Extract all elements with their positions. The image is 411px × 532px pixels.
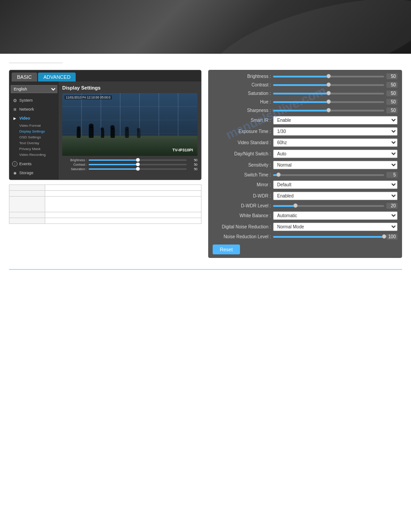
brightness-label: Brightness : [213,74,271,79]
hue-slider-wrap: 50 [273,99,398,105]
system-icon: ⚙ [12,98,17,103]
nrl-thumb [382,234,386,239]
table-cell-label [9,191,45,197]
events-icon: ! [12,161,17,167]
cam-contrast-label: Contrast : [62,163,87,166]
cam-brightness-row: Brightness : 50 [62,159,197,162]
table-cell-label [9,218,45,224]
cam-contrast-track[interactable] [89,164,187,165]
hue-value: 50 [386,99,398,105]
cam-saturation-thumb [136,167,140,171]
sidebar-sub-video-format[interactable]: Video Format [17,123,59,129]
brightness-value: 50 [386,73,398,79]
nrl-slider[interactable] [273,236,384,238]
saturation-label: Saturation : [213,91,271,96]
table-cell-label [9,212,45,218]
day-night-setting-row: Day/Night Switch : Auto Day Night [213,150,398,158]
switch-time-value: 5 [386,172,398,178]
contrast-thumb [326,82,331,87]
video-standard-label: Video Standard : [213,140,271,145]
video-standard-select[interactable]: 60hz 50hz [273,138,398,147]
table-cell-value [45,191,201,197]
white-balance-wrap: Automatic Manual [273,211,398,220]
dwdr-level-label: D-WDR Level : [213,203,271,208]
sidebar-sub-osd-settings[interactable]: OSD Settings [17,134,59,140]
cam-brightness-track[interactable] [89,159,187,161]
cam-contrast-value: 50 [188,163,197,166]
day-night-select[interactable]: Auto Day Night [273,150,398,158]
sidebar-network-label: Network [19,107,34,112]
contrast-value: 50 [386,82,398,88]
dnr-setting-row: Digital Noise Reduction : Normal Mode Ex… [213,223,398,231]
nrl-fill [273,236,384,238]
dwdr-level-setting-row: D-WDR Level : 20 [213,203,398,209]
switch-time-slider[interactable] [273,174,384,176]
language-select[interactable]: English [11,85,58,93]
sharpness-value: 50 [386,107,398,113]
smart-ir-label: Smart IR : [213,118,271,123]
sidebar-sub-privacy-mask[interactable]: Privacy Mask [17,146,59,152]
sidebar-item-network[interactable]: ⊞ Network [9,105,59,114]
sidebar-events-label: Events [19,162,32,166]
storage-icon: ◉ [12,170,17,176]
sidebar-sub-display-settings[interactable]: Display Settings [17,129,59,134]
table-row [9,185,201,191]
saturation-slider[interactable] [273,93,384,94]
svg-rect-14 [89,127,94,138]
dnr-select[interactable]: Normal Mode Expert Mode Off [273,223,398,231]
cam-brightness-thumb [136,158,140,162]
day-night-label: Day/Night Switch : [213,151,271,156]
svg-rect-16 [101,130,104,138]
sidebar-item-events[interactable]: ! Events [9,159,59,168]
sidebar-item-video[interactable]: ▶ Video [9,114,59,123]
table-cell-value [45,212,201,218]
svg-rect-10 [62,136,197,156]
dwdr-select[interactable]: Enabled Disabled [273,192,398,200]
left-panel: BASIC ADVANCED English ⚙ System [9,70,201,224]
tab-basic[interactable]: BASIC [12,73,37,82]
sensitivity-wrap: Normal High Low [273,161,398,169]
contrast-label: Contrast : [213,82,271,87]
dnr-label: Digital Noise Reduction : [213,224,271,229]
table-cell-value [45,185,201,191]
reset-button[interactable]: Reset [213,245,240,254]
sidebar-sub-video-recording[interactable]: Video Recording [17,152,59,158]
camera-ui: BASIC ADVANCED English ⚙ System [9,70,201,180]
dwdr-level-slider-wrap: 20 [273,203,398,209]
mirror-select[interactable]: Default Horizontal Vertical Both [273,180,398,189]
sidebar-item-system[interactable]: ⚙ System [9,96,59,105]
table-row [9,212,201,218]
tab-advanced[interactable]: ADVANCED [38,73,76,82]
top-banner [0,0,411,54]
cam-contrast-thumb [136,163,140,166]
sidebar-video-label: Video [19,116,30,120]
video-standard-setting-row: Video Standard : 60hz 50hz [213,138,398,147]
exposure-time-select[interactable]: 1/30 1/60 1/100 [273,127,398,136]
sidebar-item-storage[interactable]: ◉ Storage [9,168,59,177]
cam-brightness-fill [89,159,138,161]
cam-sliders: Brightness : 50 Contrast : [62,159,197,171]
sensitivity-select[interactable]: Normal High Low [273,161,398,169]
camera-model-label: TV-IP310PI [172,148,193,152]
sharpness-thumb [326,108,331,112]
smart-ir-select[interactable]: Enable Disable [273,116,398,124]
sharpness-slider[interactable] [273,110,384,112]
saturation-value: 50 [386,90,398,96]
hue-slider[interactable] [273,101,384,103]
dwdr-label: D-WDR : [213,193,271,198]
svg-point-23 [137,128,141,131]
tab-bar: BASIC ADVANCED [9,70,201,82]
display-settings-title: Display Settings [62,85,197,90]
sensitivity-setting-row: Sensitivity : Normal High Low [213,161,398,169]
video-timestamp: 11/01/2013 Fri 12:10:00 05:00:0 [64,95,112,99]
brightness-slider[interactable] [273,76,384,77]
dwdr-level-slider[interactable] [273,205,384,207]
contrast-slider[interactable] [273,84,384,86]
sidebar-sub-text-overlay[interactable]: Text Overlay [17,140,59,146]
table-cell-label [9,197,45,212]
white-balance-select[interactable]: Automatic Manual [273,211,398,220]
cam-saturation-track[interactable] [89,168,187,170]
mirror-setting-row: Mirror : Default Horizontal Vertical Bot… [213,180,398,189]
svg-rect-20 [125,129,129,138]
svg-point-19 [110,125,115,129]
